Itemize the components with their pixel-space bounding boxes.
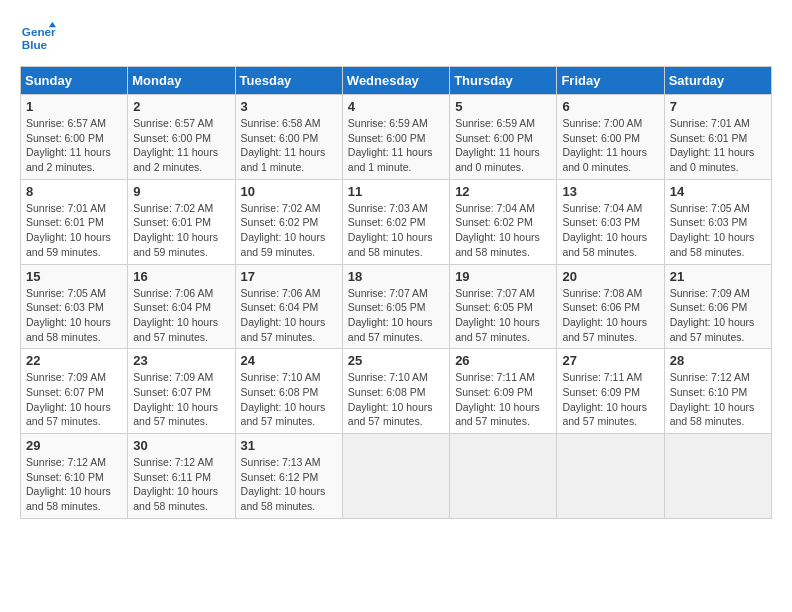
day-number: 13	[562, 184, 658, 199]
calendar-day-16: 16 Sunrise: 7:06 AMSunset: 6:04 PMDaylig…	[128, 264, 235, 349]
calendar-day-3: 3 Sunrise: 6:58 AMSunset: 6:00 PMDayligh…	[235, 95, 342, 180]
day-info: Sunrise: 7:07 AMSunset: 6:05 PMDaylight:…	[455, 286, 551, 345]
day-info: Sunrise: 7:06 AMSunset: 6:04 PMDaylight:…	[241, 286, 337, 345]
day-info: Sunrise: 7:11 AMSunset: 6:09 PMDaylight:…	[562, 370, 658, 429]
calendar-header-row: SundayMondayTuesdayWednesdayThursdayFrid…	[21, 67, 772, 95]
calendar-day-8: 8 Sunrise: 7:01 AMSunset: 6:01 PMDayligh…	[21, 179, 128, 264]
day-number: 25	[348, 353, 444, 368]
day-info: Sunrise: 7:12 AMSunset: 6:10 PMDaylight:…	[26, 455, 122, 514]
day-number: 1	[26, 99, 122, 114]
day-number: 24	[241, 353, 337, 368]
calendar-day-27: 27 Sunrise: 7:11 AMSunset: 6:09 PMDaylig…	[557, 349, 664, 434]
calendar-day-18: 18 Sunrise: 7:07 AMSunset: 6:05 PMDaylig…	[342, 264, 449, 349]
day-number: 23	[133, 353, 229, 368]
day-info: Sunrise: 7:01 AMSunset: 6:01 PMDaylight:…	[670, 116, 766, 175]
day-info: Sunrise: 7:10 AMSunset: 6:08 PMDaylight:…	[241, 370, 337, 429]
day-number: 16	[133, 269, 229, 284]
empty-cell	[664, 434, 771, 519]
day-number: 12	[455, 184, 551, 199]
logo-icon: General Blue	[20, 20, 56, 56]
calendar-week-1: 1 Sunrise: 6:57 AMSunset: 6:00 PMDayligh…	[21, 95, 772, 180]
calendar-day-14: 14 Sunrise: 7:05 AMSunset: 6:03 PMDaylig…	[664, 179, 771, 264]
day-number: 7	[670, 99, 766, 114]
day-number: 14	[670, 184, 766, 199]
day-info: Sunrise: 7:06 AMSunset: 6:04 PMDaylight:…	[133, 286, 229, 345]
calendar-day-11: 11 Sunrise: 7:03 AMSunset: 6:02 PMDaylig…	[342, 179, 449, 264]
calendar-week-2: 8 Sunrise: 7:01 AMSunset: 6:01 PMDayligh…	[21, 179, 772, 264]
calendar-day-24: 24 Sunrise: 7:10 AMSunset: 6:08 PMDaylig…	[235, 349, 342, 434]
day-number: 15	[26, 269, 122, 284]
calendar-day-22: 22 Sunrise: 7:09 AMSunset: 6:07 PMDaylig…	[21, 349, 128, 434]
day-info: Sunrise: 7:09 AMSunset: 6:06 PMDaylight:…	[670, 286, 766, 345]
calendar-day-21: 21 Sunrise: 7:09 AMSunset: 6:06 PMDaylig…	[664, 264, 771, 349]
day-info: Sunrise: 7:11 AMSunset: 6:09 PMDaylight:…	[455, 370, 551, 429]
calendar-week-3: 15 Sunrise: 7:05 AMSunset: 6:03 PMDaylig…	[21, 264, 772, 349]
weekday-header-monday: Monday	[128, 67, 235, 95]
day-number: 17	[241, 269, 337, 284]
weekday-header-sunday: Sunday	[21, 67, 128, 95]
day-number: 28	[670, 353, 766, 368]
calendar-day-23: 23 Sunrise: 7:09 AMSunset: 6:07 PMDaylig…	[128, 349, 235, 434]
day-number: 26	[455, 353, 551, 368]
day-info: Sunrise: 7:05 AMSunset: 6:03 PMDaylight:…	[26, 286, 122, 345]
calendar-day-28: 28 Sunrise: 7:12 AMSunset: 6:10 PMDaylig…	[664, 349, 771, 434]
day-number: 3	[241, 99, 337, 114]
calendar-day-2: 2 Sunrise: 6:57 AMSunset: 6:00 PMDayligh…	[128, 95, 235, 180]
day-info: Sunrise: 7:00 AMSunset: 6:00 PMDaylight:…	[562, 116, 658, 175]
day-info: Sunrise: 7:13 AMSunset: 6:12 PMDaylight:…	[241, 455, 337, 514]
calendar-day-12: 12 Sunrise: 7:04 AMSunset: 6:02 PMDaylig…	[450, 179, 557, 264]
calendar-day-31: 31 Sunrise: 7:13 AMSunset: 6:12 PMDaylig…	[235, 434, 342, 519]
calendar-day-5: 5 Sunrise: 6:59 AMSunset: 6:00 PMDayligh…	[450, 95, 557, 180]
day-info: Sunrise: 7:08 AMSunset: 6:06 PMDaylight:…	[562, 286, 658, 345]
day-info: Sunrise: 7:04 AMSunset: 6:02 PMDaylight:…	[455, 201, 551, 260]
calendar-day-25: 25 Sunrise: 7:10 AMSunset: 6:08 PMDaylig…	[342, 349, 449, 434]
calendar-day-10: 10 Sunrise: 7:02 AMSunset: 6:02 PMDaylig…	[235, 179, 342, 264]
day-number: 10	[241, 184, 337, 199]
calendar-day-13: 13 Sunrise: 7:04 AMSunset: 6:03 PMDaylig…	[557, 179, 664, 264]
day-number: 5	[455, 99, 551, 114]
day-info: Sunrise: 7:07 AMSunset: 6:05 PMDaylight:…	[348, 286, 444, 345]
calendar-day-9: 9 Sunrise: 7:02 AMSunset: 6:01 PMDayligh…	[128, 179, 235, 264]
day-info: Sunrise: 6:58 AMSunset: 6:00 PMDaylight:…	[241, 116, 337, 175]
day-info: Sunrise: 6:57 AMSunset: 6:00 PMDaylight:…	[133, 116, 229, 175]
day-number: 2	[133, 99, 229, 114]
logo: General Blue	[20, 20, 56, 56]
day-number: 6	[562, 99, 658, 114]
day-info: Sunrise: 7:02 AMSunset: 6:02 PMDaylight:…	[241, 201, 337, 260]
day-info: Sunrise: 7:09 AMSunset: 6:07 PMDaylight:…	[133, 370, 229, 429]
day-info: Sunrise: 7:10 AMSunset: 6:08 PMDaylight:…	[348, 370, 444, 429]
day-number: 19	[455, 269, 551, 284]
calendar-table: SundayMondayTuesdayWednesdayThursdayFrid…	[20, 66, 772, 519]
svg-text:Blue: Blue	[22, 38, 48, 51]
day-number: 18	[348, 269, 444, 284]
calendar-day-7: 7 Sunrise: 7:01 AMSunset: 6:01 PMDayligh…	[664, 95, 771, 180]
day-info: Sunrise: 7:04 AMSunset: 6:03 PMDaylight:…	[562, 201, 658, 260]
calendar-day-4: 4 Sunrise: 6:59 AMSunset: 6:00 PMDayligh…	[342, 95, 449, 180]
day-info: Sunrise: 6:59 AMSunset: 6:00 PMDaylight:…	[348, 116, 444, 175]
calendar-week-5: 29 Sunrise: 7:12 AMSunset: 6:10 PMDaylig…	[21, 434, 772, 519]
weekday-header-tuesday: Tuesday	[235, 67, 342, 95]
day-info: Sunrise: 7:05 AMSunset: 6:03 PMDaylight:…	[670, 201, 766, 260]
day-info: Sunrise: 7:02 AMSunset: 6:01 PMDaylight:…	[133, 201, 229, 260]
day-number: 9	[133, 184, 229, 199]
calendar-day-19: 19 Sunrise: 7:07 AMSunset: 6:05 PMDaylig…	[450, 264, 557, 349]
day-number: 11	[348, 184, 444, 199]
day-number: 4	[348, 99, 444, 114]
day-info: Sunrise: 6:59 AMSunset: 6:00 PMDaylight:…	[455, 116, 551, 175]
calendar-day-30: 30 Sunrise: 7:12 AMSunset: 6:11 PMDaylig…	[128, 434, 235, 519]
day-number: 27	[562, 353, 658, 368]
empty-cell	[450, 434, 557, 519]
empty-cell	[557, 434, 664, 519]
empty-cell	[342, 434, 449, 519]
day-number: 20	[562, 269, 658, 284]
weekday-header-friday: Friday	[557, 67, 664, 95]
weekday-header-thursday: Thursday	[450, 67, 557, 95]
day-number: 29	[26, 438, 122, 453]
day-number: 31	[241, 438, 337, 453]
calendar-day-17: 17 Sunrise: 7:06 AMSunset: 6:04 PMDaylig…	[235, 264, 342, 349]
calendar-day-20: 20 Sunrise: 7:08 AMSunset: 6:06 PMDaylig…	[557, 264, 664, 349]
page-header: General Blue	[20, 20, 772, 56]
calendar-day-6: 6 Sunrise: 7:00 AMSunset: 6:00 PMDayligh…	[557, 95, 664, 180]
day-info: Sunrise: 7:12 AMSunset: 6:11 PMDaylight:…	[133, 455, 229, 514]
calendar-week-4: 22 Sunrise: 7:09 AMSunset: 6:07 PMDaylig…	[21, 349, 772, 434]
